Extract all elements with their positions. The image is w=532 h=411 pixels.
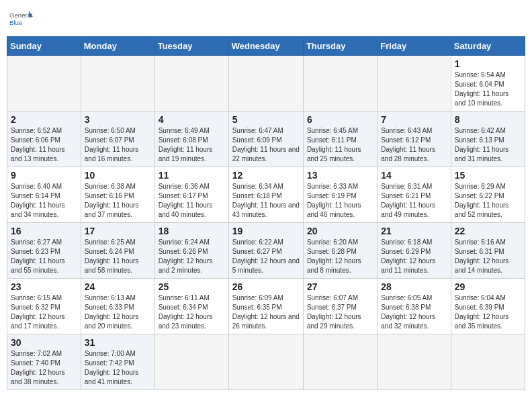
day-number: 27 [307,281,373,292]
calendar-day-cell [81,56,154,111]
calendar-week-row: 30Sunrise: 7:02 AM Sunset: 7:40 PM Dayli… [7,334,525,390]
column-header-tuesday: Tuesday [154,37,228,56]
calendar-day-cell: 28Sunrise: 6:05 AM Sunset: 6:38 PM Dayli… [378,279,451,334]
calendar-table: SundayMondayTuesdayWednesdayThursdayFrid… [7,36,525,390]
day-info: Sunrise: 6:27 AM Sunset: 6:23 PM Dayligh… [11,238,77,275]
svg-text:Blue: Blue [9,19,22,26]
calendar-day-cell [378,56,451,111]
calendar-day-cell [378,334,451,390]
day-number: 6 [307,114,373,125]
day-info: Sunrise: 6:38 AM Sunset: 6:16 PM Dayligh… [85,182,151,220]
calendar-day-cell: 31Sunrise: 7:00 AM Sunset: 7:42 PM Dayli… [81,334,154,390]
day-info: Sunrise: 7:02 AM Sunset: 7:40 PM Dayligh… [11,349,77,387]
calendar-day-cell [228,334,303,390]
day-number: 8 [455,114,521,125]
day-info: Sunrise: 6:20 AM Sunset: 6:28 PM Dayligh… [307,238,373,275]
day-number: 26 [232,281,300,292]
day-number: 5 [232,114,300,125]
calendar-day-cell: 25Sunrise: 6:11 AM Sunset: 6:34 PM Dayli… [154,279,228,334]
day-number: 23 [11,281,77,292]
day-info: Sunrise: 6:24 AM Sunset: 6:26 PM Dayligh… [159,238,225,275]
day-info: Sunrise: 6:34 AM Sunset: 6:18 PM Dayligh… [232,182,300,220]
logo: General Blue [9,7,34,31]
calendar-day-cell: 26Sunrise: 6:09 AM Sunset: 6:35 PM Dayli… [228,279,303,334]
calendar-day-cell: 21Sunrise: 6:18 AM Sunset: 6:29 PM Dayli… [378,223,451,279]
calendar-day-cell [154,56,228,111]
day-number: 3 [85,114,151,125]
day-info: Sunrise: 6:29 AM Sunset: 6:22 PM Dayligh… [455,182,521,220]
column-header-thursday: Thursday [303,37,377,56]
day-info: Sunrise: 6:50 AM Sunset: 6:07 PM Dayligh… [85,126,151,164]
calendar-day-cell: 19Sunrise: 6:22 AM Sunset: 6:27 PM Dayli… [228,223,303,279]
calendar-week-row: 9Sunrise: 6:40 AM Sunset: 6:14 PM Daylig… [7,167,525,223]
calendar-day-cell: 20Sunrise: 6:20 AM Sunset: 6:28 PM Dayli… [303,223,377,279]
day-info: Sunrise: 6:31 AM Sunset: 6:21 PM Dayligh… [381,182,447,220]
day-number: 7 [381,114,447,125]
day-info: Sunrise: 6:18 AM Sunset: 6:29 PM Dayligh… [381,238,447,275]
day-number: 30 [11,337,77,348]
day-info: Sunrise: 6:11 AM Sunset: 6:34 PM Dayligh… [159,293,225,331]
day-number: 1 [455,58,521,69]
calendar-day-cell: 4Sunrise: 6:49 AM Sunset: 6:08 PM Daylig… [154,111,228,167]
day-info: Sunrise: 6:36 AM Sunset: 6:17 PM Dayligh… [159,182,225,220]
calendar-day-cell: 5Sunrise: 6:47 AM Sunset: 6:09 PM Daylig… [228,111,303,167]
calendar-day-cell: 8Sunrise: 6:42 AM Sunset: 6:13 PM Daylig… [451,111,525,167]
day-number: 20 [307,226,373,236]
calendar-day-cell: 15Sunrise: 6:29 AM Sunset: 6:22 PM Dayli… [451,167,525,223]
day-number: 10 [85,170,151,181]
day-info: Sunrise: 6:25 AM Sunset: 6:24 PM Dayligh… [85,238,151,275]
day-info: Sunrise: 6:49 AM Sunset: 6:08 PM Dayligh… [159,126,225,164]
day-info: Sunrise: 6:15 AM Sunset: 6:32 PM Dayligh… [11,293,77,331]
day-number: 14 [381,170,447,181]
calendar-week-row: 2Sunrise: 6:52 AM Sunset: 6:06 PM Daylig… [7,111,525,167]
day-info: Sunrise: 6:43 AM Sunset: 6:12 PM Dayligh… [381,126,447,164]
day-number: 24 [85,281,151,292]
day-number: 2 [11,114,77,125]
generalblue-logo-icon: General Blue [9,7,34,31]
calendar-day-cell: 13Sunrise: 6:33 AM Sunset: 6:19 PM Dayli… [303,167,377,223]
day-number: 22 [455,226,521,236]
column-header-monday: Monday [81,37,154,56]
calendar-day-cell [7,56,81,111]
day-info: Sunrise: 6:47 AM Sunset: 6:09 PM Dayligh… [232,126,300,164]
day-number: 13 [307,170,373,181]
day-info: Sunrise: 6:16 AM Sunset: 6:31 PM Dayligh… [455,238,521,275]
day-number: 12 [232,170,300,181]
day-info: Sunrise: 6:07 AM Sunset: 6:37 PM Dayligh… [307,293,373,331]
calendar-week-row: 16Sunrise: 6:27 AM Sunset: 6:23 PM Dayli… [7,223,525,279]
day-info: Sunrise: 6:33 AM Sunset: 6:19 PM Dayligh… [307,182,373,220]
column-header-wednesday: Wednesday [228,37,303,56]
calendar-week-row: 23Sunrise: 6:15 AM Sunset: 6:32 PM Dayli… [7,279,525,334]
day-number: 16 [11,226,77,236]
day-info: Sunrise: 6:22 AM Sunset: 6:27 PM Dayligh… [232,238,300,275]
day-info: Sunrise: 6:04 AM Sunset: 6:39 PM Dayligh… [455,293,521,331]
day-number: 11 [159,170,225,181]
calendar-day-cell: 11Sunrise: 6:36 AM Sunset: 6:17 PM Dayli… [154,167,228,223]
column-header-sunday: Sunday [7,37,81,56]
day-info: Sunrise: 6:09 AM Sunset: 6:35 PM Dayligh… [232,293,300,331]
day-number: 28 [381,281,447,292]
calendar-day-cell [228,56,303,111]
day-info: Sunrise: 6:45 AM Sunset: 6:11 PM Dayligh… [307,126,373,164]
calendar-day-cell [303,334,377,390]
page-header: General Blue [7,7,525,31]
calendar-day-cell: 30Sunrise: 7:02 AM Sunset: 7:40 PM Dayli… [7,334,81,390]
calendar-week-row: 1Sunrise: 6:54 AM Sunset: 6:04 PM Daylig… [7,56,525,111]
calendar-day-cell [451,334,525,390]
calendar-day-cell: 24Sunrise: 6:13 AM Sunset: 6:33 PM Dayli… [81,279,154,334]
day-number: 25 [159,281,225,292]
day-number: 15 [455,170,521,181]
day-number: 29 [455,281,521,292]
calendar-day-cell: 29Sunrise: 6:04 AM Sunset: 6:39 PM Dayli… [451,279,525,334]
day-info: Sunrise: 6:42 AM Sunset: 6:13 PM Dayligh… [455,126,521,164]
calendar-day-cell: 10Sunrise: 6:38 AM Sunset: 6:16 PM Dayli… [81,167,154,223]
calendar-day-cell: 6Sunrise: 6:45 AM Sunset: 6:11 PM Daylig… [303,111,377,167]
day-number: 19 [232,226,300,236]
day-info: Sunrise: 6:52 AM Sunset: 6:06 PM Dayligh… [11,126,77,164]
calendar-day-cell: 3Sunrise: 6:50 AM Sunset: 6:07 PM Daylig… [81,111,154,167]
calendar-day-cell: 9Sunrise: 6:40 AM Sunset: 6:14 PM Daylig… [7,167,81,223]
calendar-day-cell: 23Sunrise: 6:15 AM Sunset: 6:32 PM Dayli… [7,279,81,334]
day-info: Sunrise: 7:00 AM Sunset: 7:42 PM Dayligh… [85,349,151,387]
calendar-day-cell: 16Sunrise: 6:27 AM Sunset: 6:23 PM Dayli… [7,223,81,279]
calendar-day-cell: 7Sunrise: 6:43 AM Sunset: 6:12 PM Daylig… [378,111,451,167]
